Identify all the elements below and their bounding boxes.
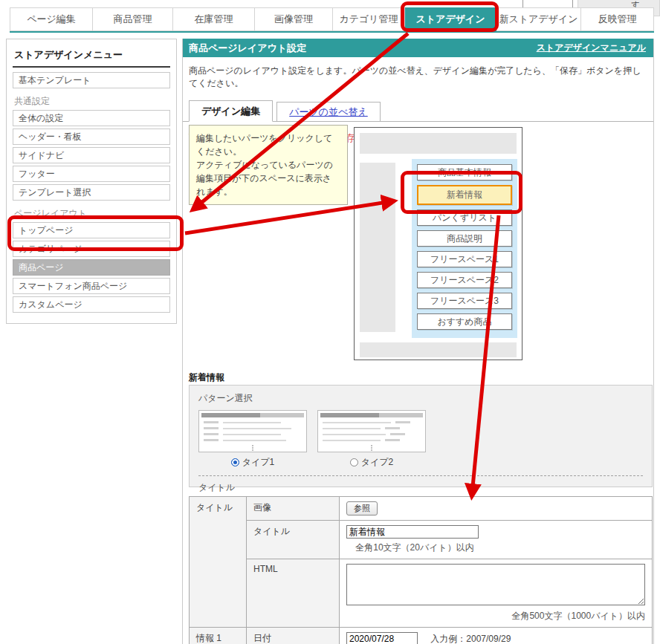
- pattern-select-label: パターン選択: [198, 392, 643, 405]
- part-button-free-space-1[interactable]: フリースペース1: [417, 251, 512, 267]
- html-textarea-hint: 全角500文字（1000バイト）以内: [346, 610, 645, 622]
- sidebar-item-top-page[interactable]: トップページ: [13, 222, 170, 238]
- nav-tab-image-mgmt[interactable]: 画像管理: [255, 7, 333, 31]
- layout-preview: 商品基本情報 新着情報 パンくずリスト 商品説明 フリースペース1 フリースペー…: [354, 127, 522, 360]
- part-button-breadcrumb-list[interactable]: パンくずリスト: [417, 209, 512, 226]
- tab-parts-sort-link[interactable]: パーツの並べ替え: [289, 106, 368, 117]
- ellipsis-icon: [252, 445, 253, 446]
- ellipsis-icon: [371, 445, 372, 446]
- store-design-manual-link[interactable]: ストアデザインマニュアル: [537, 42, 646, 54]
- title-style-label: タイトル: [198, 481, 643, 494]
- tab-parts-sort[interactable]: パーツの並べ替え: [276, 102, 381, 122]
- group-header-title: タイトル: [190, 497, 247, 628]
- pattern-type2-thumbnail: [317, 410, 426, 452]
- thumb-header-bar: [320, 413, 423, 417]
- nav-tab-stock-mgmt[interactable]: 在庫管理: [173, 7, 255, 31]
- sidebar-item-custom-page[interactable]: カスタムページ: [13, 296, 170, 313]
- row-label-image: 画像: [247, 497, 340, 521]
- hint-line-1: 編集したいパーツをクリックしてください。: [196, 131, 340, 158]
- tab-design-edit[interactable]: デザイン編集: [189, 100, 273, 122]
- sidebar-section-page-layout: ページレイアウト: [14, 207, 170, 220]
- page-description: 商品ページのレイアウト設定をします。パーツの並べ替え、デザイン編集が完了したら、…: [189, 65, 647, 91]
- nav-tab-page-edit[interactable]: ページ編集: [10, 7, 93, 31]
- part-button-free-space-2[interactable]: フリースペース2: [417, 272, 512, 288]
- pattern-type2-thumb-wrap: [317, 410, 426, 452]
- nav-tab-reflect-mgmt[interactable]: 反映管理: [581, 7, 654, 31]
- store-design-menu: ストアデザインメニュー 基本テンプレート 共通設定 全体の設定 ヘッダー・看板 …: [6, 39, 177, 324]
- date-input-example: 入力例：2007/09/29: [430, 634, 511, 644]
- radio-type2-label[interactable]: タイプ2: [361, 457, 394, 467]
- table-row: タイトル 画像 参照: [190, 497, 653, 521]
- preview-parts-column: 商品基本情報 新着情報 パンくずリスト 商品説明 フリースペース1 フリースペー…: [412, 159, 517, 338]
- nav-underline: [10, 31, 654, 33]
- sidebar-item-product-page[interactable]: 商品ページ: [13, 259, 170, 276]
- hint-line-2: アクティブになっているパーツの編集項目が下のスペースに表示されます。: [196, 158, 340, 198]
- sidebar-item-basic-template[interactable]: 基本テンプレート: [13, 72, 170, 88]
- page-title: 商品ページレイアウト設定: [189, 42, 306, 55]
- preview-header-placeholder: [360, 133, 517, 154]
- sidebar-item-template-select[interactable]: テンプレート選択: [13, 184, 170, 201]
- pattern-settings-box: パターン選択: [189, 385, 653, 487]
- table-row: 情報 1 日付 入力例：2007/09/29: [190, 628, 653, 644]
- sidebar-item-header-signboard[interactable]: ヘッダー・看板: [13, 129, 170, 145]
- sidebar-item-footer[interactable]: フッター: [13, 166, 170, 182]
- sidebar-item-overall-settings[interactable]: 全体の設定: [13, 110, 170, 126]
- row-label-html: HTML: [247, 559, 340, 628]
- row-label-title: タイトル: [247, 521, 340, 559]
- editor-section-title: 新着情報: [189, 371, 224, 384]
- thumb-header-bar: [201, 413, 304, 417]
- main-panel: 商品ページレイアウト設定 ストアデザインマニュアル 商品ページのレイアウト設定を…: [182, 39, 654, 644]
- html-textarea[interactable]: [346, 564, 645, 605]
- preview-sidebar-placeholder: [360, 163, 395, 332]
- table-row: HTML 全角500文字（1000バイト）以内: [190, 559, 653, 628]
- row-label-date: 日付: [247, 628, 340, 644]
- hint-box: 編集したいパーツをクリックしてください。 アクティブになっているパーツの編集項目…: [189, 125, 348, 205]
- sidebar-item-smartphone-product-page[interactable]: スマートフォン商品ページ: [13, 278, 170, 294]
- part-button-product-basic-info[interactable]: 商品基本情報: [417, 164, 512, 180]
- sidebar-title: ストアデザインメニュー: [13, 45, 170, 68]
- pattern-radio-group: タイプ1 タイプ2: [198, 456, 643, 469]
- preview-footer-placeholder: [360, 342, 517, 357]
- main-header: 商品ページレイアウト設定 ストアデザインマニュアル: [183, 39, 653, 57]
- nav-tab-category-mgmt[interactable]: カテゴリ管理: [333, 7, 405, 31]
- part-button-new-arrivals[interactable]: 新着情報: [417, 185, 512, 205]
- pattern-thumbnails: [198, 410, 643, 452]
- part-button-free-space-3[interactable]: フリースペース3: [417, 293, 512, 309]
- divider: [198, 475, 643, 476]
- top-nav: ページ編集 商品管理 在庫管理 画像管理 カテゴリ管理 ストアデザイン 新ストア…: [10, 7, 654, 31]
- table-row: タイトル 全角10文字（20バイト）以内: [190, 521, 653, 559]
- sidebar-section-common: 共通設定: [14, 95, 170, 108]
- radio-type2[interactable]: [350, 458, 358, 466]
- sidebar-item-category-page[interactable]: カテゴリページ: [13, 241, 170, 257]
- pattern-type1-thumbnail: [198, 410, 307, 452]
- part-button-recommended-products[interactable]: おすすめ商品: [417, 313, 512, 330]
- part-button-product-description[interactable]: 商品説明: [417, 230, 512, 247]
- preview-body: 商品基本情報 新着情報 パンくずリスト 商品説明 フリースペース1 フリースペー…: [360, 159, 517, 339]
- nav-tab-product-mgmt[interactable]: 商品管理: [93, 7, 173, 31]
- radio-type1[interactable]: [231, 458, 239, 466]
- title-input[interactable]: [346, 525, 479, 539]
- date-input[interactable]: [346, 632, 418, 644]
- nav-tab-store-design[interactable]: ストアデザイン: [405, 7, 496, 31]
- new-arrivals-form: タイトル 画像 参照 タイトル 全角10文字（20バイト）以内 HTML 全角5…: [189, 496, 653, 644]
- group-header-info1: 情報 1: [190, 628, 247, 644]
- nav-tab-new-store-design[interactable]: 新ストアデザイン: [496, 7, 581, 31]
- pattern-type1-thumb-wrap: [198, 410, 307, 452]
- browse-button[interactable]: 参照: [346, 501, 378, 515]
- radio-type1-label[interactable]: タイプ1: [242, 457, 275, 467]
- sidebar-item-side-navi[interactable]: サイドナビ: [13, 147, 170, 163]
- editor-tabs: デザイン編集 パーツの並べ替え: [183, 100, 653, 122]
- title-input-hint: 全角10文字（20バイト）以内: [346, 541, 483, 554]
